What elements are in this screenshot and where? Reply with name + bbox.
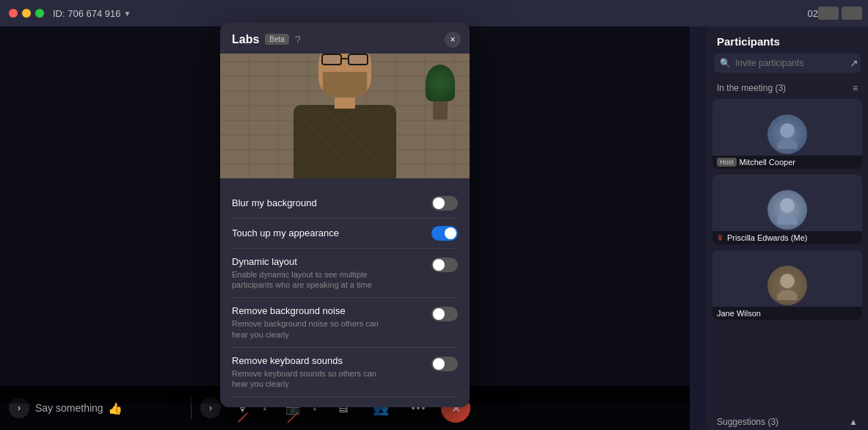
blur-background-label: Blur my background <box>232 197 317 208</box>
in-meeting-label: In the meeting (3) ≡ <box>707 79 868 96</box>
touch-up-label: Touch up my appearance <box>232 227 339 238</box>
chevron-down-icon[interactable]: ▼ <box>124 10 131 18</box>
priscilla-name-bar: 🎙 Priscilla Edwards (Me) <box>712 231 862 244</box>
mitchell-name: Mitchell Cooper <box>740 158 795 167</box>
share-participants-button[interactable]: ↗ <box>850 57 858 69</box>
participant-card-priscilla: 🎙 Priscilla Edwards (Me) <box>712 175 862 244</box>
list-view-icon[interactable]: ≡ <box>853 83 858 93</box>
host-badge: Host <box>717 158 737 167</box>
close-traffic-light[interactable] <box>9 9 18 18</box>
priscilla-name: Priscilla Edwards (Me) <box>727 233 807 242</box>
minimize-traffic-light[interactable] <box>22 9 31 18</box>
view-btn-speaker[interactable] <box>842 7 862 20</box>
participant-card-mitchell: Host Mitchell Cooper <box>712 99 862 169</box>
maximize-traffic-light[interactable] <box>35 9 44 18</box>
svg-point-4 <box>780 274 795 288</box>
dynamic-layout-info: Dynamic layout Enable dynamic layout to … <box>232 256 393 291</box>
meeting-id: ID: 706 674 916 ▼ <box>53 8 131 19</box>
traffic-lights <box>9 9 44 18</box>
dynamic-layout-desc: Enable dynamic layout to see multiple pa… <box>232 269 393 291</box>
beta-badge: Beta <box>265 34 289 45</box>
svg-point-0 <box>780 123 795 138</box>
modal-title: Labs <box>232 33 259 46</box>
help-icon[interactable]: ? <box>295 34 301 45</box>
svg-point-5 <box>777 290 798 300</box>
remove-keyboard-info: Remove keyboard sounds Remove keyboard s… <box>232 355 393 390</box>
modal-overlay: Labs Beta ? × <box>0 26 690 404</box>
mitchell-name-bar: Host Mitchell Cooper <box>712 156 862 169</box>
remove-bg-noise-info: Remove background noise Remove backgroun… <box>232 305 393 340</box>
collapse-suggestions-button[interactable]: ▲ <box>849 417 858 427</box>
remove-bg-noise-desc: Remove background noise so others can he… <box>232 318 393 340</box>
labs-modal: Labs Beta ? × <box>220 23 470 408</box>
modal-preview <box>220 54 470 178</box>
participants-panel: Participants 🔍 ↗ In the meeting (3) ≡ Ho… <box>707 26 868 430</box>
remove-bg-noise-row: Remove background noise Remove backgroun… <box>232 298 458 348</box>
jane-name-bar: Jane Wilson <box>712 307 862 320</box>
suggestions-label: Suggestions (3) <box>717 417 778 427</box>
modal-close-button[interactable]: × <box>445 32 461 48</box>
search-bar[interactable]: 🔍 ↗ <box>714 54 861 73</box>
dynamic-layout-label: Dynamic layout <box>232 256 393 267</box>
jane-avatar-circle <box>767 266 807 305</box>
svg-point-2 <box>780 198 795 213</box>
dynamic-layout-row: Dynamic layout Enable dynamic layout to … <box>232 249 458 299</box>
blur-background-toggle[interactable] <box>431 196 458 211</box>
suggestions-section: Suggestions (3) ▲ <box>707 411 868 430</box>
view-buttons <box>818 7 862 20</box>
chat-placeholder-text[interactable]: Say something <box>35 402 103 414</box>
modal-body: Blur my background Touch up my appearanc… <box>220 178 470 408</box>
remove-keyboard-row: Remove keyboard sounds Remove keyboard s… <box>232 348 458 398</box>
remove-keyboard-label: Remove keyboard sounds <box>232 355 393 366</box>
priscilla-avatar-circle <box>767 190 807 230</box>
jane-name: Jane Wilson <box>717 309 761 318</box>
remove-bg-noise-label: Remove background noise <box>232 305 393 316</box>
priscilla-mic-muted-icon: 🎙 <box>717 234 724 242</box>
remove-keyboard-toggle[interactable] <box>431 357 458 371</box>
mitchell-avatar-circle <box>767 114 807 154</box>
participant-card-jane: Jane Wilson <box>712 250 862 320</box>
invite-participants-input[interactable] <box>735 58 845 68</box>
remove-keyboard-desc: Remove keyboard sounds so others can hea… <box>232 368 393 390</box>
touch-up-toggle[interactable] <box>431 226 458 241</box>
svg-point-3 <box>777 214 798 225</box>
dynamic-layout-toggle[interactable] <box>431 258 458 272</box>
remove-bg-noise-toggle[interactable] <box>431 307 458 321</box>
svg-point-1 <box>777 139 798 149</box>
participants-title: Participants <box>707 26 868 54</box>
blur-background-row: Blur my background <box>232 189 458 219</box>
view-btn-grid[interactable] <box>818 7 839 20</box>
modal-header: Labs Beta ? × <box>220 23 470 54</box>
touch-up-row: Touch up my appearance <box>232 219 458 249</box>
search-icon: 🔍 <box>720 58 731 68</box>
